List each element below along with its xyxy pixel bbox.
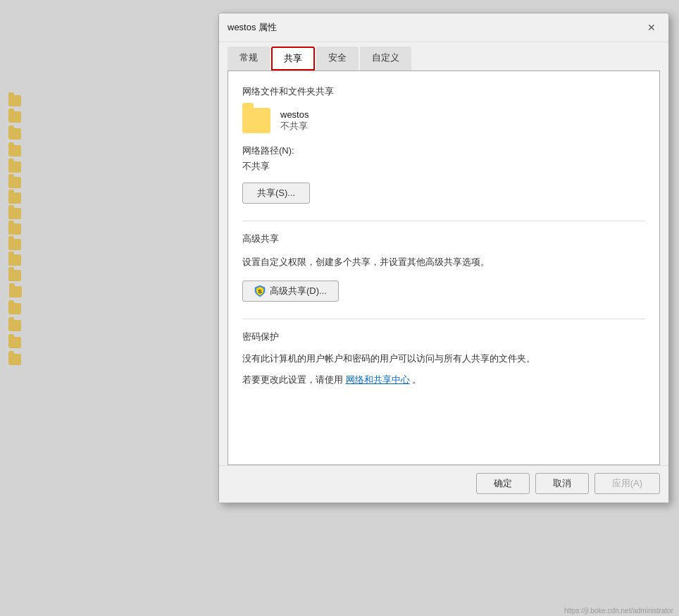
password-description: 没有此计算机的用户帐户和密码的用户可以访问与所有人共享的文件夹。 [242,352,645,366]
advanced-sharing-section: 高级共享 设置自定义权限，创建多个共享，并设置其他高级共享选项。 S 高级共享(… [242,233,645,302]
cancel-button[interactable]: 取消 [535,473,589,494]
not-shared-text: 不共享 [242,160,645,173]
dialog-tabs: 常规 共享 安全 自定义 [219,42,668,70]
advanced-share-description: 设置自定义权限，创建多个共享，并设置其他高级共享选项。 [242,255,645,269]
folder-info: westos 不共享 [242,108,645,133]
share-button[interactable]: 共享(S)... [242,183,310,204]
dialog-footer: 确定 取消 应用(A) [219,465,668,503]
dialog-titlebar: westos 属性 ✕ [219,13,668,42]
tab-customize[interactable]: 自定义 [360,47,411,70]
copyright-text: https://jl.boke.cdn.net/administrator [564,607,673,615]
password-protection-section: 密码保护 没有此计算机的用户帐户和密码的用户可以访问与所有人共享的文件夹。 若要… [242,331,645,388]
password-action-text: 若要更改此设置，请使用 网络和共享中心 。 [242,373,645,388]
folder-name-display: westos [280,109,309,120]
apply-button[interactable]: 应用(A) [594,473,660,494]
dialog-title: westos 属性 [228,21,277,34]
advanced-share-button[interactable]: S 高级共享(D)... [242,281,339,302]
svg-text:S: S [258,288,262,295]
tab-security[interactable]: 安全 [316,47,359,70]
properties-dialog: westos 属性 ✕ 常规 共享 安全 自定义 网络文件和文件夹共享 west… [218,13,669,503]
section1-title: 网络文件和文件夹共享 [242,85,645,98]
divider1 [242,221,645,221]
network-sharing-section: 网络文件和文件夹共享 westos 不共享 网络路径(N): 不共享 共享(S)… [242,85,645,204]
shield-icon: S [254,285,266,297]
big-folder-icon [242,108,270,133]
network-path-label: 网络路径(N): [242,144,645,157]
tab-general[interactable]: 常规 [228,47,270,70]
ok-button[interactable]: 确定 [476,473,530,494]
tab-sharing[interactable]: 共享 [271,47,315,70]
network-sharing-center-link[interactable]: 网络和共享中心 [346,374,410,385]
divider2 [242,319,645,319]
folder-status-display: 不共享 [280,120,309,133]
dialog-body: 网络文件和文件夹共享 westos 不共享 网络路径(N): 不共享 共享(S)… [228,70,660,465]
dialog-close-button[interactable]: ✕ [643,19,660,36]
section2-title: 高级共享 [242,233,645,245]
password-section-title: 密码保护 [242,331,645,343]
